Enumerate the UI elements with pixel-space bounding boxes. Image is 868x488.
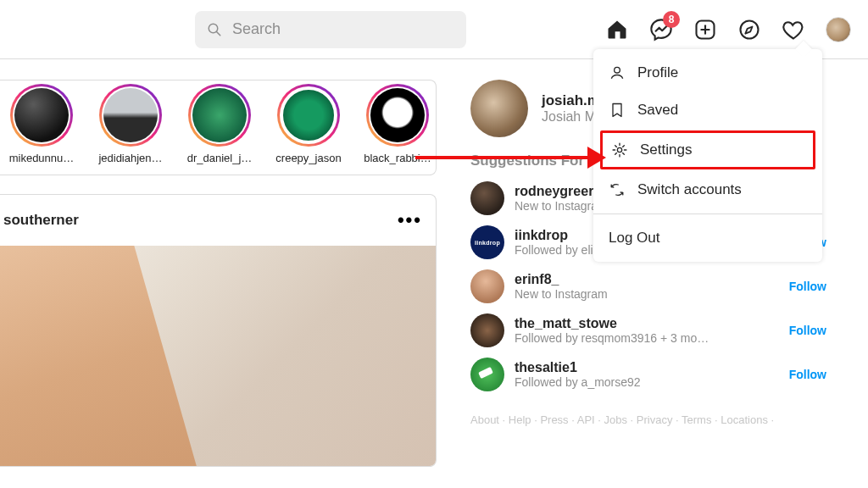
suggestion-sub: New to Instagram [515, 287, 608, 301]
suggestion-sub: Followed by a_morse92 [515, 375, 641, 389]
home-icon[interactable] [605, 18, 629, 42]
dropdown-switch-label: Switch accounts [637, 181, 742, 198]
suggestion-avatar[interactable] [470, 358, 504, 391]
header-nav: 8 [605, 17, 851, 42]
story-item[interactable]: black_rabbi… [359, 84, 436, 164]
dropdown-logout[interactable]: Log Out [593, 219, 822, 257]
suggestion-sub: Followed by resqmom3916 + 3 mo… [515, 331, 709, 345]
messenger-badge: 8 [663, 11, 680, 28]
messenger-icon[interactable]: 8 [649, 18, 673, 42]
dropdown-profile[interactable]: Profile [593, 54, 822, 92]
svg-point-7 [617, 147, 621, 152]
suggestion-item: erinf8_New to Instagram Follow [470, 269, 826, 303]
dropdown-separator [593, 214, 822, 214]
post-card: southerner ••• [0, 194, 437, 467]
dropdown-saved-label: Saved [637, 102, 678, 119]
search-input[interactable]: Search [195, 11, 466, 48]
dropdown-settings-label: Settings [640, 141, 692, 158]
new-post-icon[interactable] [693, 18, 717, 42]
stories-tray: mikedunnu… jedidiahjen… dr_daniel_j… cre… [0, 80, 437, 175]
dropdown-profile-label: Profile [637, 64, 678, 81]
profile-dropdown: Profile Saved Settings Switch accounts L… [593, 49, 822, 262]
profile-icon [609, 64, 626, 81]
footer-links[interactable]: About · Help · Press · API · Jobs · Priv… [470, 410, 810, 430]
profile-avatar[interactable] [826, 17, 851, 42]
story-item[interactable]: dr_daniel_j… [181, 84, 258, 164]
story-item[interactable]: mikedunnu… [3, 84, 80, 164]
current-user-avatar [470, 80, 528, 137]
post-username[interactable]: southerner [3, 212, 79, 229]
dropdown-logout-label: Log Out [609, 230, 660, 247]
suggestion-item: the_matt_stoweFollowed by resqmom3916 + … [470, 313, 826, 347]
story-item[interactable]: jedidiahjen… [92, 84, 169, 164]
post-image[interactable] [0, 246, 436, 466]
dropdown-saved[interactable]: Saved [593, 92, 822, 129]
suggestion-name[interactable]: erinf8_ [515, 272, 608, 287]
dropdown-settings[interactable]: Settings [600, 130, 815, 169]
story-label: mikedunnu… [9, 152, 75, 164]
search-placeholder: Search [232, 20, 281, 38]
svg-point-6 [615, 67, 620, 73]
story-label: black_rabbi… [364, 152, 431, 164]
follow-link[interactable]: Follow [789, 368, 826, 381]
follow-link[interactable]: Follow [789, 280, 826, 293]
suggestion-avatar[interactable] [470, 269, 504, 303]
suggestion-avatar[interactable] [470, 181, 504, 215]
post-header: southerner ••• [0, 195, 436, 246]
gear-icon [611, 141, 628, 158]
story-label: jedidiahjen… [98, 152, 162, 164]
story-label: dr_daniel_j… [187, 152, 253, 164]
svg-point-5 [741, 20, 759, 38]
story-label: creepy_jason [275, 152, 341, 164]
story-item[interactable]: creepy_jason [270, 84, 347, 164]
suggestion-name[interactable]: the_matt_stowe [515, 316, 709, 331]
suggestion-item: thesaltie1Followed by a_morse92 Follow [470, 358, 826, 391]
explore-icon[interactable] [737, 18, 761, 42]
bookmark-icon [609, 102, 626, 119]
feed-column: mikedunnu… jedidiahjen… dr_daniel_j… cre… [0, 80, 437, 467]
dropdown-switch[interactable]: Switch accounts [593, 171, 822, 208]
follow-link[interactable]: Follow [789, 324, 826, 337]
suggestion-name[interactable]: thesaltie1 [515, 360, 641, 375]
activity-icon[interactable] [782, 18, 805, 42]
svg-line-1 [216, 31, 220, 36]
suggestion-avatar[interactable] [470, 225, 504, 259]
search-wrap: Search [195, 11, 466, 48]
switch-icon [609, 181, 626, 198]
post-more-icon[interactable]: ••• [398, 209, 422, 231]
suggestion-avatar[interactable] [470, 313, 504, 347]
search-icon [207, 22, 222, 37]
